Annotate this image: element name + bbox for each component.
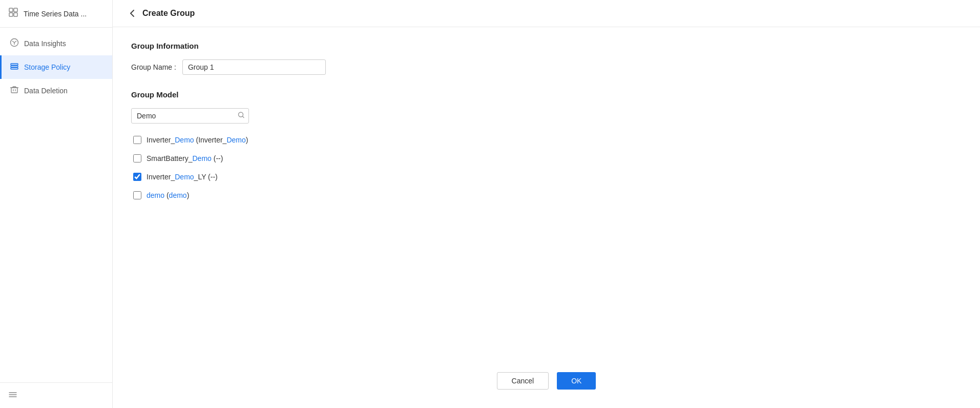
sidebar-nav: Data Insights Storage Policy Data Deleti… (0, 28, 112, 382)
svg-rect-5 (11, 64, 18, 65)
storage-icon (10, 62, 19, 73)
ok-button[interactable]: OK (557, 372, 596, 390)
checkbox-label-item3: Inverter_Demo_LY (--) (147, 173, 218, 181)
sidebar-item-data-deletion-label: Data Deletion (24, 87, 68, 95)
svg-rect-6 (11, 66, 18, 67)
form-area: Group Information Group Name : Group Mod… (113, 27, 980, 360)
svg-rect-2 (9, 13, 13, 16)
search-icon (238, 112, 245, 120)
checkbox-item2[interactable] (133, 154, 141, 162)
group-model-section: Group Model Inverter_Demo (Inverter_Demo… (131, 90, 962, 205)
chart-icon (10, 38, 19, 49)
group-model-title: Group Model (131, 90, 962, 99)
svg-rect-3 (14, 13, 17, 16)
checkbox-label-item2: SmartBattery_Demo (--) (147, 154, 223, 162)
cancel-button[interactable]: Cancel (497, 372, 549, 390)
sidebar-item-data-insights-label: Data Insights (24, 39, 66, 48)
model-checkbox-list: Inverter_Demo (Inverter_Demo) SmartBatte… (131, 131, 962, 205)
main-content: Create Group Group Information Group Nam… (113, 0, 980, 408)
list-item[interactable]: SmartBattery_Demo (--) (131, 149, 962, 168)
svg-rect-8 (11, 88, 17, 93)
grid-icon (8, 7, 18, 20)
svg-rect-1 (14, 8, 17, 12)
group-name-label: Group Name : (131, 63, 176, 71)
sidebar-title: Time Series Data ... (24, 10, 87, 18)
sidebar-item-data-insights[interactable]: Data Insights (0, 32, 112, 55)
checkbox-label-item4: demo (demo) (147, 191, 189, 199)
group-info-title: Group Information (131, 42, 962, 50)
search-box-wrap (131, 108, 249, 124)
sidebar-item-storage-policy-label: Storage Policy (24, 63, 70, 71)
checkbox-item3[interactable] (133, 173, 141, 181)
sidebar-footer (0, 382, 112, 408)
page-title: Create Group (142, 9, 195, 18)
search-input[interactable] (131, 108, 249, 124)
list-item[interactable]: Inverter_Demo_LY (--) (131, 168, 962, 186)
sidebar-item-storage-policy[interactable]: Storage Policy (0, 55, 112, 79)
group-name-row: Group Name : (131, 59, 962, 75)
form-footer: Cancel OK (113, 360, 980, 408)
checkbox-item1[interactable] (133, 136, 141, 144)
list-item[interactable]: demo (demo) (131, 186, 962, 205)
svg-rect-0 (9, 8, 13, 12)
checkbox-label-item1: Inverter_Demo (Inverter_Demo) (147, 136, 248, 144)
topbar: Create Group (113, 0, 980, 27)
sidebar-header: Time Series Data ... (0, 0, 112, 28)
list-item[interactable]: Inverter_Demo (Inverter_Demo) (131, 131, 962, 149)
back-button[interactable] (127, 8, 137, 18)
group-name-input[interactable] (182, 59, 326, 75)
svg-rect-7 (11, 68, 18, 69)
sidebar: Time Series Data ... Data Insights Stora… (0, 0, 113, 408)
menu-icon (8, 393, 17, 401)
sidebar-item-data-deletion[interactable]: Data Deletion (0, 79, 112, 103)
delete-icon (10, 85, 19, 96)
checkbox-item4[interactable] (133, 191, 141, 199)
